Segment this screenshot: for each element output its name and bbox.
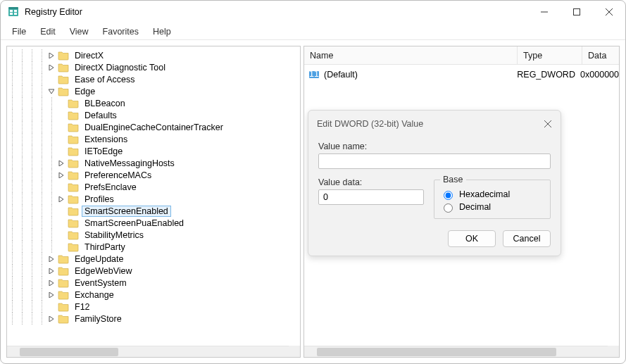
base-label: Base <box>440 175 466 184</box>
tree-item-label: Defaults <box>82 110 120 121</box>
expand-toggle[interactable] <box>56 217 66 229</box>
expand-toggle[interactable] <box>56 133 66 145</box>
menu-bar: File Edit View Favorites Help <box>1 23 625 40</box>
expand-toggle[interactable] <box>56 145 66 157</box>
tree-item-label: NativeMessagingHosts <box>82 158 177 169</box>
tree-item-label: StabilityMetrics <box>82 230 146 241</box>
folder-icon <box>58 254 69 264</box>
expand-toggle[interactable] <box>56 205 66 217</box>
regedit-window: Registry Editor File Edit View Favorites… <box>0 0 626 364</box>
folder-icon <box>68 194 79 204</box>
tree-item[interactable]: FamilyStore <box>7 313 300 325</box>
expand-toggle[interactable] <box>46 85 56 97</box>
radio-dec[interactable]: Decimal <box>440 201 544 213</box>
tree-item[interactable]: Edge <box>7 85 300 97</box>
expand-toggle[interactable] <box>46 265 56 277</box>
folder-icon <box>68 146 79 156</box>
tree-item[interactable]: Ease of Access <box>7 73 300 85</box>
ok-button[interactable]: OK <box>448 230 496 247</box>
tree-item[interactable]: Exchange <box>7 289 300 301</box>
expand-toggle[interactable] <box>46 277 56 289</box>
folder-icon <box>58 290 69 300</box>
expand-toggle[interactable] <box>56 241 66 253</box>
value-name-label: Value name: <box>318 142 551 151</box>
expand-toggle[interactable] <box>46 49 56 61</box>
expand-toggle[interactable] <box>56 121 66 133</box>
expand-toggle[interactable] <box>46 61 56 73</box>
folder-icon <box>68 134 79 144</box>
list-row[interactable]: 0110 (Default) REG_DWORD 0x000000 <box>304 68 619 82</box>
tree-item[interactable]: BLBeacon <box>7 97 300 109</box>
svg-rect-0 <box>8 8 18 16</box>
tree-item[interactable]: ThirdParty <box>7 241 300 253</box>
folder-icon <box>68 230 79 240</box>
expand-toggle[interactable] <box>56 181 66 193</box>
titlebar: Registry Editor <box>1 1 625 23</box>
col-type[interactable]: Type <box>518 46 582 64</box>
close-button[interactable] <box>593 1 625 23</box>
expand-toggle[interactable] <box>56 169 66 181</box>
folder-icon <box>68 242 79 252</box>
tree-item[interactable]: NativeMessagingHosts <box>7 157 300 169</box>
cell-name: (Default) <box>324 70 517 80</box>
menu-file[interactable]: File <box>6 25 32 38</box>
menu-view[interactable]: View <box>64 25 94 38</box>
regedit-icon <box>8 6 19 18</box>
dialog-close-button[interactable] <box>544 120 552 128</box>
folder-icon <box>68 206 79 216</box>
folder-icon <box>68 123 79 132</box>
tree-item[interactable]: DirectX Diagnostic Tool <box>7 61 300 73</box>
tree-item-label: EventSystem <box>72 277 130 289</box>
folder-icon <box>58 314 69 324</box>
expand-toggle[interactable] <box>46 253 56 265</box>
value-data-input[interactable] <box>318 189 424 205</box>
tree-item-label: PreferenceMACs <box>82 170 154 181</box>
tree-h-scrollbar[interactable] <box>7 346 289 357</box>
tree-item-label: Extensions <box>82 134 130 145</box>
menu-help[interactable]: Help <box>147 25 177 38</box>
svg-rect-1 <box>10 10 13 12</box>
col-data[interactable]: Data <box>582 51 619 61</box>
tree-item[interactable]: Extensions <box>7 133 300 145</box>
expand-toggle[interactable] <box>56 97 66 109</box>
tree-panel: DirectXDirectX Diagnostic ToolEase of Ac… <box>6 46 301 358</box>
maximize-button[interactable] <box>561 1 593 23</box>
radio-dec-input[interactable] <box>444 203 453 213</box>
expand-toggle[interactable] <box>46 301 56 313</box>
cancel-button[interactable]: Cancel <box>503 230 551 247</box>
tree-item[interactable]: PrefsEnclave <box>7 181 300 193</box>
tree-item[interactable]: DualEngineCacheContainerTracker <box>7 121 300 133</box>
expand-toggle[interactable] <box>56 109 66 121</box>
tree-item[interactable]: StabilityMetrics <box>7 229 300 241</box>
svg-rect-7 <box>574 9 580 15</box>
tree-item[interactable]: DirectX <box>7 49 300 61</box>
menu-favorites[interactable]: Favorites <box>97 25 144 38</box>
folder-icon <box>58 63 69 73</box>
col-name[interactable]: Name <box>304 46 518 64</box>
expand-toggle[interactable] <box>56 193 66 205</box>
tree-item[interactable]: EventSystem <box>7 277 300 289</box>
tree-item[interactable]: SmartScreenEnabled <box>7 205 300 217</box>
radio-hex-input[interactable] <box>444 191 453 200</box>
tree-item[interactable]: F12 <box>7 301 300 313</box>
folder-icon <box>58 75 69 84</box>
value-name-input[interactable] <box>318 153 551 169</box>
expand-toggle[interactable] <box>56 157 66 169</box>
expand-toggle[interactable] <box>46 73 56 85</box>
expand-toggle[interactable] <box>56 229 66 241</box>
registry-tree[interactable]: DirectXDirectX Diagnostic ToolEase of Ac… <box>7 46 300 357</box>
tree-item[interactable]: Defaults <box>7 109 300 121</box>
tree-item[interactable]: PreferenceMACs <box>7 169 300 181</box>
menu-edit[interactable]: Edit <box>35 25 61 38</box>
tree-item[interactable]: IEToEdge <box>7 145 300 157</box>
tree-item[interactable]: EdgeWebView <box>7 265 300 277</box>
base-groupbox: Base Hexadecimal Decimal <box>434 175 551 219</box>
tree-item[interactable]: Profiles <box>7 193 300 205</box>
expand-toggle[interactable] <box>46 289 56 301</box>
minimize-button[interactable] <box>528 1 561 23</box>
tree-item[interactable]: EdgeUpdate <box>7 253 300 265</box>
radio-hex[interactable]: Hexadecimal <box>440 189 544 200</box>
expand-toggle[interactable] <box>46 313 56 325</box>
tree-item[interactable]: SmartScreenPuaEnabled <box>7 217 300 229</box>
list-h-scrollbar[interactable] <box>304 346 608 357</box>
